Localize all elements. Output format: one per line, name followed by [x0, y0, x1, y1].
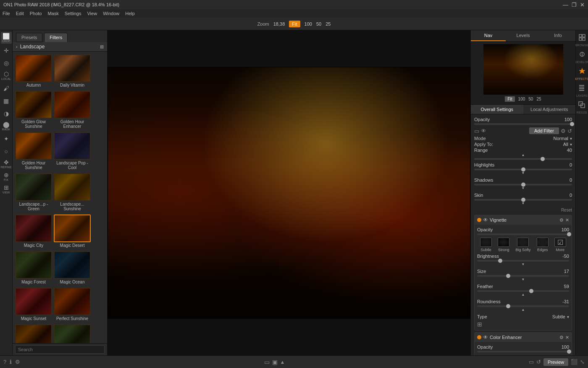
effects-icon[interactable] — [578, 66, 587, 76]
menu-help[interactable]: Help — [125, 11, 135, 16]
menu-edit[interactable]: Edit — [16, 11, 24, 16]
preset-golden-hour-sunshine[interactable]: Golden Hour Sunshine — [15, 132, 52, 172]
single-view-icon[interactable]: ▭ — [264, 359, 270, 365]
preview-button[interactable]: Preview — [543, 358, 568, 366]
ce-opacity-slider[interactable] — [477, 351, 569, 352]
vignette-strong[interactable]: Strong — [498, 238, 509, 252]
fit-button[interactable]: Fit — [289, 21, 300, 27]
help-icon[interactable]: ? — [3, 359, 6, 365]
preset-magic-city[interactable]: Magic City — [15, 214, 52, 249]
zoom-100[interactable]: 100 — [304, 21, 312, 26]
color-enhancer-eye-icon[interactable]: 👁 — [483, 334, 488, 340]
info-icon[interactable]: ℹ — [10, 359, 12, 365]
preset-landscape-green[interactable]: Landscape...p - Green — [15, 173, 52, 213]
split-view-icon[interactable]: ▣ — [272, 359, 278, 365]
tool-mask[interactable]: ⬤ MASK — [1, 120, 12, 132]
preset-magic-sunset[interactable]: Magic Sunset — [15, 288, 52, 323]
size-slider[interactable] — [477, 275, 569, 277]
tab-overall-settings[interactable]: Overall Settings — [471, 105, 523, 114]
preset-spring[interactable]: Spring — [54, 324, 91, 343]
vignette-close-icon[interactable]: ✕ — [565, 217, 569, 223]
vignette-gear-icon[interactable]: ⚙ — [559, 217, 564, 223]
filters-tab[interactable]: Filters — [44, 33, 68, 42]
menu-window[interactable]: Window — [103, 11, 119, 16]
highlights-slider[interactable] — [474, 169, 572, 170]
back-arrow-icon[interactable]: ‹ — [16, 44, 18, 49]
preset-daily-vitamin[interactable]: Daily Vitamin — [54, 54, 91, 89]
preset-landscape-cool[interactable]: Landscape Pop - Cool — [54, 132, 91, 172]
brightness-slider[interactable] — [477, 260, 569, 262]
color-enhancer-gear-icon[interactable]: ⚙ — [559, 335, 564, 340]
type-dropdown-icon[interactable]: ▾ — [567, 315, 569, 319]
feather-slider[interactable] — [477, 290, 569, 292]
preset-landscape-sunshine[interactable]: Landscape... Sunshine — [54, 173, 91, 213]
expand-btn[interactable]: ⤡ — [580, 359, 585, 365]
preset-golden-glow[interactable]: Golden Glow Sunshine — [15, 91, 52, 130]
tab-info[interactable]: Info — [541, 30, 575, 41]
apply-to-dropdown-icon[interactable]: ▾ — [570, 142, 572, 147]
tool-local[interactable]: ⬡ LOCAL — [1, 70, 12, 82]
range-slider[interactable] — [474, 158, 572, 160]
minimize-btn[interactable]: — — [563, 2, 568, 8]
menu-photo[interactable]: Photo — [30, 11, 42, 16]
close-btn[interactable]: ✕ — [580, 2, 585, 8]
vignette-opacity-slider[interactable] — [477, 233, 569, 235]
settings-bottom-icon[interactable]: ⚙ — [15, 359, 20, 365]
tool-view[interactable]: ⊞ VIEW — [1, 183, 12, 195]
menu-mask[interactable]: Mask — [47, 11, 58, 16]
zoom-50[interactable]: 50 — [316, 21, 321, 26]
settings-icon[interactable]: ⚙ — [561, 128, 566, 134]
maximize-btn[interactable]: ❐ — [572, 2, 577, 8]
rotate-icon[interactable]: ↺ — [536, 359, 541, 365]
vignette-more[interactable]: ☑ More — [554, 238, 566, 252]
vignette-bigsofy[interactable]: Big Softy — [515, 238, 530, 252]
mode-dropdown-icon[interactable]: ▾ — [570, 136, 572, 141]
nav-fit-btn[interactable]: Fit — [505, 96, 514, 102]
expand-icon[interactable]: ⊞ — [477, 321, 482, 328]
nav-zoom-50[interactable]: 50 — [528, 97, 533, 101]
eye-icon[interactable]: 👁 — [481, 128, 486, 134]
preset-magic-desert[interactable]: Magic Desert — [54, 214, 91, 249]
nav-zoom-25[interactable]: 25 — [536, 97, 541, 101]
preset-golden-hour-enhancer[interactable]: Golden Hour Enhancer — [54, 91, 91, 130]
opacity-slider[interactable] — [474, 123, 572, 125]
add-filter-button[interactable]: Add Filter — [529, 127, 559, 134]
tab-nav[interactable]: Nav — [471, 30, 506, 41]
tool-fix[interactable]: ⊕ FIX — [1, 171, 12, 183]
resize-icon[interactable] — [577, 100, 586, 109]
reset-link[interactable]: Reset — [474, 208, 572, 212]
filmstrip-icon[interactable]: ▭ — [529, 359, 534, 365]
nav-zoom-100[interactable]: 100 — [518, 97, 525, 101]
export-icon[interactable]: ⬛ — [571, 359, 578, 365]
up-arrow-icon[interactable]: ▲ — [280, 359, 285, 365]
tab-levels[interactable]: Levels — [506, 30, 541, 41]
search-input[interactable] — [15, 345, 105, 354]
shadows-slider[interactable] — [474, 184, 572, 185]
tool-gradient[interactable]: ▦ — [1, 95, 12, 107]
presets-tab[interactable]: Presets — [16, 33, 42, 42]
skin-slider[interactable] — [474, 199, 572, 201]
menu-view[interactable]: View — [87, 11, 97, 16]
color-enhancer-close-icon[interactable]: ✕ — [565, 335, 569, 340]
zoom-25[interactable]: 25 — [326, 21, 331, 26]
layers-icon[interactable] — [577, 83, 586, 93]
tool-move[interactable]: ✛ — [1, 45, 12, 56]
grid-view-icon[interactable]: ⊞ — [100, 44, 104, 50]
develop-icon[interactable] — [578, 50, 587, 59]
preset-radiance[interactable]: Radiance — [15, 324, 52, 343]
tool-wand[interactable]: ✦ — [1, 133, 12, 145]
tool-brush[interactable]: ○ — [1, 146, 12, 157]
preset-magic-ocean[interactable]: Magic Ocean — [54, 251, 91, 286]
preset-magic-forest[interactable]: Magic Forest — [15, 251, 52, 286]
tool-redeye[interactable]: ◎ — [1, 57, 12, 69]
reset-icon[interactable]: ↺ — [567, 128, 572, 134]
vignette-eye-icon[interactable]: 👁 — [483, 217, 488, 223]
menu-settings[interactable]: Settings — [65, 11, 81, 16]
roundness-slider[interactable] — [477, 305, 569, 307]
tool-paint[interactable]: 🖌 — [1, 82, 12, 94]
tool-crop[interactable]: ⬜ CROP — [1, 32, 12, 44]
browse-icon[interactable] — [578, 33, 587, 42]
preset-autumn[interactable]: Autumn — [15, 54, 52, 89]
vignette-subtle[interactable]: Subtle — [480, 238, 492, 252]
vignette-edges[interactable]: Edges — [537, 238, 549, 252]
